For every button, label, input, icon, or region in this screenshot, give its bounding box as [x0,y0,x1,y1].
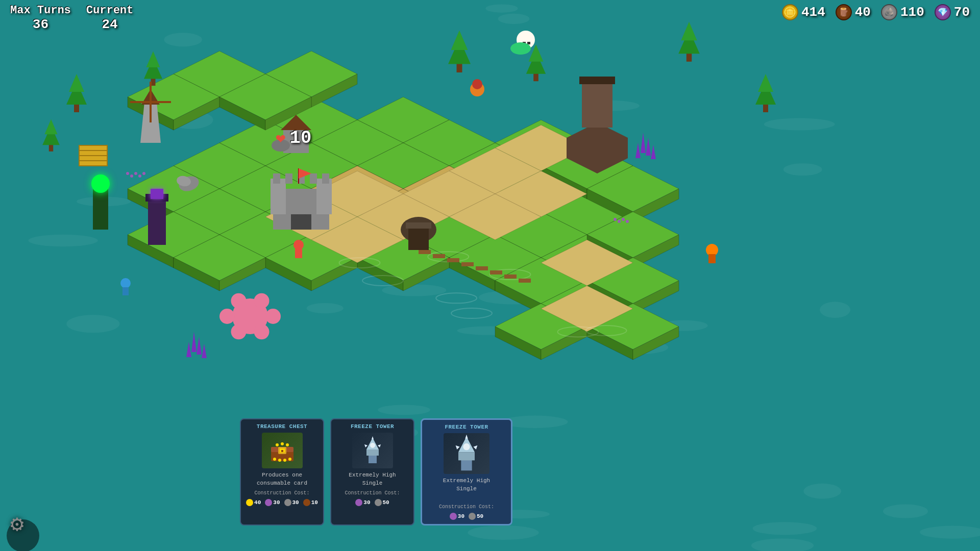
treasure-cost-brown: 10 [303,499,318,506]
stone-resource: 🪨 110 [881,4,924,20]
card-tower1-image [352,433,393,468]
current-turns-group: Current 24 [86,4,133,32]
svg-point-5 [273,458,276,461]
max-turns-value: 36 [33,17,48,32]
card-tower2-cost-label: Construction Cost: [439,504,494,510]
card-treasure-image [262,433,303,468]
card-tower2-image [444,433,489,474]
treasure-cost-purple: 30 [265,499,280,506]
card-tower2-title: Freeze Tower [445,424,488,430]
max-turns-group: Max Turns 36 [10,4,71,32]
treasure-cost-gray: 30 [284,499,299,506]
card-treasure-cost-label: Construction Cost: [254,490,309,496]
card-tower1-cost-label: Construction Cost: [345,490,400,496]
wood-value: 40 [855,5,871,20]
svg-marker-24 [456,445,460,449]
svg-point-10 [281,442,284,445]
tower1-cost-purple: 30 [355,499,370,506]
svg-point-11 [286,443,289,446]
tower1-purple-value: 30 [363,499,370,506]
svg-point-6 [278,459,281,462]
svg-point-7 [283,459,286,462]
gold-resource: 🪙 414 [782,4,825,20]
card-tower2-costs: 30 50 [450,513,483,520]
card-tower1-costs: 30 50 [355,499,389,506]
health-display: ❤️ 10 [276,128,311,148]
tower2-gray-value: 50 [477,513,483,519]
max-turns-label: Max Turns [10,4,71,17]
svg-marker-18 [378,444,381,447]
svg-marker-17 [364,444,368,447]
svg-marker-16 [372,436,374,439]
crystal-icon: 💎 [935,4,951,20]
tower2-purple-value: 30 [458,513,464,519]
svg-rect-4 [281,450,283,452]
stone-icon: 🪨 [881,4,897,20]
heart-icon: ❤️ [276,128,285,148]
gear-icon: ⚙ [10,512,24,538]
svg-point-9 [276,443,279,446]
stone-value: 110 [900,5,924,20]
crystal-value: 70 [954,5,970,20]
card-panel: Treasure Chest Produces one consumable c… [240,418,512,525]
tower2-cost-gray: 50 [469,513,483,520]
tower2-cost-purple: 30 [450,513,464,520]
card-treasure[interactable]: Treasure Chest Produces one consumable c… [240,418,324,525]
gold-value: 414 [801,5,825,20]
current-turns-value: 24 [102,17,117,32]
svg-rect-20 [458,453,475,461]
card-tower1-title: Freeze Tower [351,423,394,430]
svg-point-8 [288,458,291,461]
treasure-cost-gold: 40 [246,499,261,506]
svg-point-15 [370,443,375,448]
current-turns-label: Current [86,4,133,17]
card-treasure-description: Produces one consumable card [245,471,319,487]
treasure-gold-value: 40 [254,499,261,506]
treasure-purple-value: 30 [273,499,280,506]
card-tower1-description: Extremely HighSingle [349,471,396,487]
crystal-resource: 💎 70 [935,4,970,20]
svg-rect-13 [366,449,379,456]
treasure-gray-value: 30 [292,499,299,506]
treasure-brown-value: 10 [311,499,318,506]
health-value: 10 [289,128,311,148]
hud-left-stats: Max Turns 36 Current 24 [10,4,133,32]
settings-button[interactable]: ⚙ [10,510,41,541]
svg-marker-23 [465,435,468,439]
card-tower-2[interactable]: Freeze Tower Extremely HighSingle Constr… [421,418,512,525]
tower1-cost-gray: 50 [375,499,389,506]
hud-top: Max Turns 36 Current 24 🪙 414 🪵 40 🪨 110… [0,0,980,36]
card-tower2-description: Extremely HighSingle [443,477,490,493]
card-treasure-costs: 40 30 30 10 [246,499,318,506]
tower1-gray-value: 50 [383,499,389,506]
svg-point-22 [463,443,470,450]
card-treasure-title: Treasure Chest [257,423,307,430]
card-tower-1[interactable]: Freeze Tower Extremely HighSingle Constr… [330,418,414,525]
svg-marker-25 [473,445,477,449]
wood-icon: 🪵 [836,4,852,20]
coin-icon: 🪙 [782,4,798,20]
wood-resource: 🪵 40 [836,4,871,20]
hud-resources: 🪙 414 🪵 40 🪨 110 💎 70 [782,4,970,20]
